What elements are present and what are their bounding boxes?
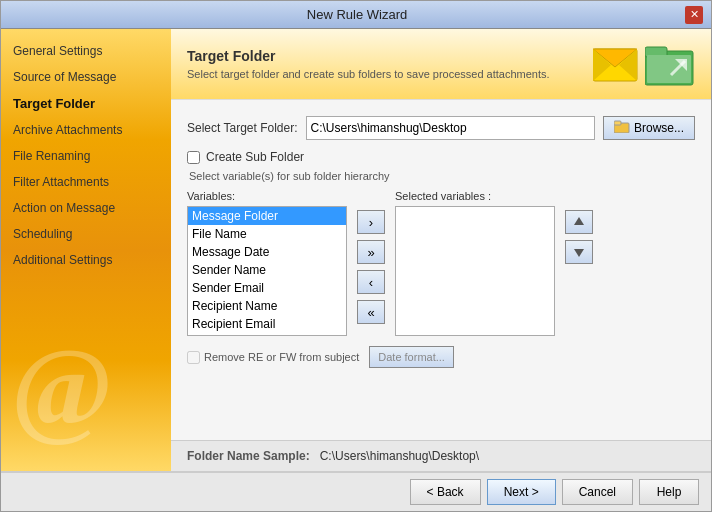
main-panel: Target Folder Select target folder and c… bbox=[171, 29, 711, 471]
arrow-down-icon bbox=[573, 246, 585, 258]
sidebar-item-file-renaming[interactable]: File Renaming bbox=[1, 144, 171, 168]
subfolder-hint: Select variable(s) for sub folder hierar… bbox=[189, 170, 695, 182]
target-folder-row: Select Target Folder: Browse... bbox=[187, 116, 695, 140]
arrow-up-icon bbox=[573, 216, 585, 228]
sidebar-item-archive-attachments[interactable]: Archive Attachments bbox=[1, 118, 171, 142]
browse-button[interactable]: Browse... bbox=[603, 116, 695, 140]
list-item[interactable]: Sender Name bbox=[188, 261, 346, 279]
create-subfolder-label: Create Sub Folder bbox=[206, 150, 304, 164]
options-row: Remove RE or FW from subject Date format… bbox=[187, 346, 695, 368]
variables-column: Variables: Message Folder File Name Mess… bbox=[187, 190, 347, 336]
list-item[interactable]: Message Folder bbox=[188, 207, 346, 225]
remove-refw-checkbox-label: Remove RE or FW from subject bbox=[187, 351, 359, 364]
move-down-button[interactable] bbox=[565, 240, 593, 264]
help-button[interactable]: Help bbox=[639, 479, 699, 505]
sidebar-item-additional-settings[interactable]: Additional Settings bbox=[1, 248, 171, 272]
sidebar-item-filter-attachments[interactable]: Filter Attachments bbox=[1, 170, 171, 194]
sidebar-item-action-on-message[interactable]: Action on Message bbox=[1, 196, 171, 220]
page-description: Select target folder and create sub fold… bbox=[187, 68, 550, 80]
list-item[interactable]: Recipient Email bbox=[188, 315, 346, 333]
folder-sample-value: C:\Users\himanshug\Desktop\ bbox=[320, 449, 479, 463]
sidebar-item-general-settings[interactable]: General Settings bbox=[1, 39, 171, 63]
form-body: Select Target Folder: Browse... bbox=[171, 100, 711, 440]
variables-listbox[interactable]: Message Folder File Name Message Date Se… bbox=[187, 206, 347, 336]
create-subfolder-checkbox[interactable] bbox=[187, 151, 200, 164]
target-folder-input[interactable] bbox=[306, 116, 595, 140]
titlebar: New Rule Wizard ✕ bbox=[1, 1, 711, 29]
header-text: Target Folder Select target folder and c… bbox=[187, 48, 550, 80]
sidebar-item-source-of-message[interactable]: Source of Message bbox=[1, 65, 171, 89]
header-icon-area bbox=[593, 41, 695, 87]
page-title: Target Folder bbox=[187, 48, 550, 64]
selected-variables-listbox[interactable] bbox=[395, 206, 555, 336]
cancel-button[interactable]: Cancel bbox=[562, 479, 633, 505]
list-item[interactable]: Message Date bbox=[188, 243, 346, 261]
next-button[interactable]: Next > bbox=[487, 479, 556, 505]
window: New Rule Wizard ✕ General Settings Sourc… bbox=[0, 0, 712, 512]
folder-sample-label: Folder Name Sample: bbox=[187, 449, 310, 463]
svg-rect-10 bbox=[614, 121, 621, 125]
sidebar-item-target-folder[interactable]: Target Folder bbox=[1, 91, 171, 116]
create-subfolder-row: Create Sub Folder bbox=[187, 150, 695, 164]
target-folder-label: Select Target Folder: bbox=[187, 121, 298, 135]
selected-variables-column: Selected variables : bbox=[395, 190, 555, 336]
list-item[interactable]: Recipient Name bbox=[188, 297, 346, 315]
remove-refw-checkbox[interactable] bbox=[187, 351, 200, 364]
header-panel: Target Folder Select target folder and c… bbox=[171, 29, 711, 100]
add-all-variables-button[interactable]: » bbox=[357, 240, 385, 264]
window-title: New Rule Wizard bbox=[29, 7, 685, 22]
selected-variables-label: Selected variables : bbox=[395, 190, 555, 202]
remove-all-variables-button[interactable]: « bbox=[357, 300, 385, 324]
list-item[interactable]: Sender Email bbox=[188, 279, 346, 297]
remove-variable-button[interactable]: ‹ bbox=[357, 270, 385, 294]
close-button[interactable]: ✕ bbox=[685, 6, 703, 24]
list-item[interactable]: Message Subject bbox=[188, 333, 346, 336]
variables-label: Variables: bbox=[187, 190, 347, 202]
date-format-button[interactable]: Date format... bbox=[369, 346, 454, 368]
svg-marker-12 bbox=[574, 249, 584, 257]
arrow-buttons: › » ‹ « bbox=[357, 190, 385, 324]
move-up-button[interactable] bbox=[565, 210, 593, 234]
add-variable-button[interactable]: › bbox=[357, 210, 385, 234]
envelope-icon bbox=[593, 45, 641, 83]
footer: < Back Next > Cancel Help bbox=[1, 471, 711, 511]
list-item[interactable]: File Name bbox=[188, 225, 346, 243]
variables-section: Variables: Message Folder File Name Mess… bbox=[187, 190, 695, 336]
back-button[interactable]: < Back bbox=[410, 479, 481, 505]
updown-buttons bbox=[565, 190, 593, 264]
sidebar: General Settings Source of Message Targe… bbox=[1, 29, 171, 471]
folder-small-icon bbox=[614, 120, 630, 136]
svg-marker-11 bbox=[574, 217, 584, 225]
folder-sample-row: Folder Name Sample: C:\Users\himanshug\D… bbox=[171, 440, 711, 471]
folder-icon bbox=[645, 41, 695, 87]
sidebar-item-scheduling[interactable]: Scheduling bbox=[1, 222, 171, 246]
